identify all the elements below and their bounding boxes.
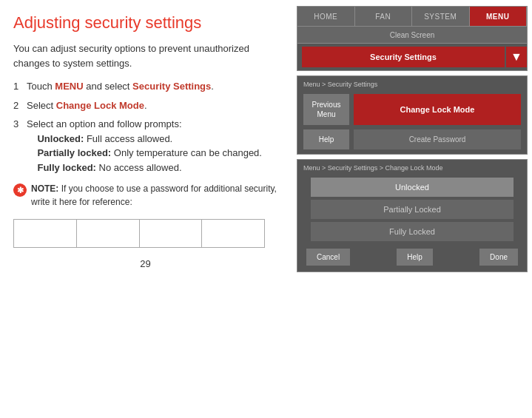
create-password-button[interactable]: Create Password (354, 129, 521, 149)
step-text-3: Select an option and follow prompts: Unl… (27, 117, 262, 175)
step-text-1: Touch MENU and select Security Settings. (27, 79, 214, 94)
top-ui-panel: HOME FAN SYSTEM MENU Clean Screen Securi… (297, 6, 528, 71)
change-lock-keyword: Change Lock Mode (56, 100, 144, 111)
change-lock-mode-button[interactable]: Change Lock Mode (354, 94, 521, 125)
step-1: 1 Touch MENU and select Security Setting… (13, 79, 277, 94)
ref-cell-2 (76, 220, 139, 248)
reference-table (13, 219, 265, 248)
mid-breadcrumb: Menu > Security Settings (303, 81, 521, 88)
menu-keyword: MENU (55, 81, 83, 92)
nav-fan[interactable]: FAN (355, 7, 413, 26)
note-icon: ✱ (13, 183, 27, 197)
nav-home[interactable]: HOME (297, 7, 355, 26)
note-box: ✱ NOTE: If you choose to use a password … (13, 182, 277, 209)
step-num-3: 3 (13, 117, 27, 132)
step-3: 3 Select an option and follow prompts: U… (13, 117, 277, 175)
right-panel: HOME FAN SYSTEM MENU Clean Screen Securi… (292, 0, 532, 418)
lock-options: Unlocked Partially Locked Fully Locked (303, 178, 521, 241)
left-panel: Adjusting security settings You can adju… (0, 0, 292, 418)
done-button[interactable]: Done (479, 249, 518, 266)
step-text-2: Select Change Lock Mode. (27, 98, 147, 113)
help-button-mid[interactable]: Help (303, 129, 349, 149)
nav-menu[interactable]: MENU (470, 7, 528, 26)
note-text: NOTE: If you choose to use a password fo… (31, 182, 277, 209)
ref-cell-4 (202, 220, 265, 248)
clean-screen-label: Clean Screen (390, 31, 435, 39)
fully-locked-option[interactable]: Fully Locked (311, 222, 514, 241)
steps-list: 1 Touch MENU and select Security Setting… (13, 79, 277, 175)
previous-menu-button[interactable]: PreviousMenu (303, 94, 349, 125)
mid-ui-panel: Menu > Security Settings PreviousMenu Ch… (297, 75, 528, 155)
clean-screen-row: Clean Screen (297, 26, 527, 44)
page-title: Adjusting security settings (13, 13, 277, 33)
security-settings-button[interactable]: Security Settings (302, 47, 505, 67)
ref-cell-3 (139, 220, 202, 248)
unlocked-option[interactable]: Unlocked (311, 178, 514, 197)
bot-footer: Cancel Help Done (303, 249, 521, 266)
down-arrow-icon: ▼ (511, 50, 522, 64)
ref-cell-1 (14, 220, 77, 248)
step-num-2: 2 (13, 98, 27, 113)
partially-locked-option[interactable]: Partially Locked (311, 200, 514, 219)
bot-breadcrumb: Menu > Security Settings > Change Lock M… (303, 164, 521, 172)
down-arrow-button[interactable]: ▼ (506, 47, 527, 67)
security-settings-label: Security Settings (370, 53, 437, 61)
bot-ui-panel: Menu > Security Settings > Change Lock M… (297, 159, 528, 272)
page-number: 29 (13, 258, 277, 269)
security-settings-keyword: Security Settings (132, 81, 211, 92)
nav-system[interactable]: SYSTEM (412, 7, 470, 26)
intro-text: You can adjust security options to preve… (13, 41, 277, 70)
step-2: 2 Select Change Lock Mode. (13, 98, 277, 113)
step-num-1: 1 (13, 79, 27, 94)
cancel-button[interactable]: Cancel (306, 249, 350, 266)
nav-bar: HOME FAN SYSTEM MENU (297, 7, 527, 26)
help-button-bot[interactable]: Help (397, 249, 433, 266)
